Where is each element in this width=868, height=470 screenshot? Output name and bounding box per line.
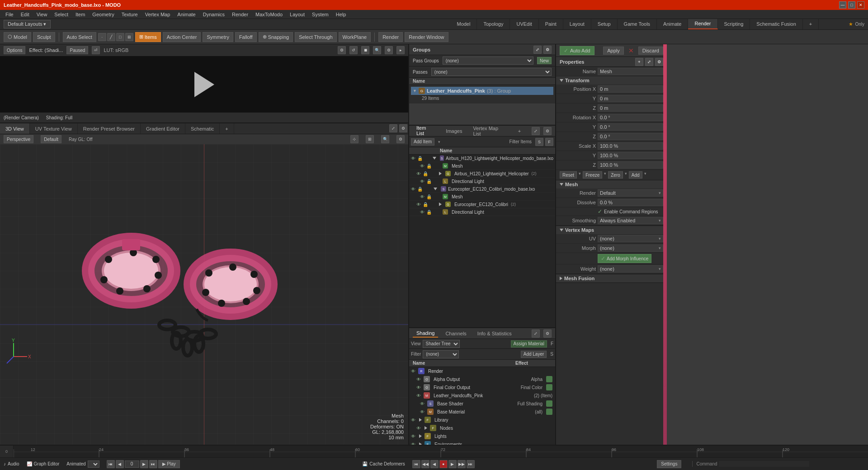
item-row[interactable]: 👁 🔒 S Eurocopter_EC120_Colibri_modo_base…: [409, 185, 555, 193]
assign-material-btn[interactable]: Assign Material: [511, 340, 547, 348]
pb-icon3[interactable]: ◀: [430, 460, 439, 468]
graph-editor-section[interactable]: 📈 Graph Editor: [27, 461, 60, 466]
mesh-fusion-header[interactable]: Mesh Fusion: [556, 274, 667, 282]
vtab-add[interactable]: +: [220, 123, 234, 134]
menu-layout[interactable]: Layout: [286, 11, 308, 18]
pb-icon1[interactable]: ⏮: [412, 460, 420, 468]
shading-row-final-color[interactable]: 👁 O Final Color Output Final Color: [409, 383, 555, 391]
weight-value[interactable]: (none) ▾: [598, 265, 663, 273]
item-row[interactable]: 👁 🔒 G Airbus_H120_Lightweight_Helicopter…: [409, 170, 555, 178]
shading-row-alpha[interactable]: 👁 O Alpha Output Alpha: [409, 375, 555, 383]
add-btn[interactable]: Add: [629, 171, 642, 179]
menu-maxtomodo[interactable]: MaxToModo: [252, 11, 286, 18]
timeline-ruler[interactable]: 12 24 36 48 60 72 84 96 108 120: [14, 446, 868, 457]
add-item-button[interactable]: Add Item: [411, 138, 434, 146]
item-row[interactable]: 👁 🔒 L Directional Light: [409, 178, 555, 185]
shading-row-environments[interactable]: 👁 E Environments: [409, 440, 555, 445]
vtab-render-preset[interactable]: Render Preset Browser: [78, 123, 141, 134]
transform-header[interactable]: Transform: [556, 76, 667, 85]
tab-setup[interactable]: Setup: [591, 19, 618, 29]
shading-row-base-shader[interactable]: 👁 S Base Shader Full Shading: [409, 400, 555, 408]
tab-shading[interactable]: Shading: [413, 329, 438, 338]
add-layer-btn[interactable]: Add Layer: [521, 351, 547, 358]
action-center-button[interactable]: Action Center: [163, 32, 201, 42]
item-row[interactable]: 👁 🔒 L Directional Light: [409, 208, 555, 216]
passes-select[interactable]: (none): [431, 68, 552, 76]
shading-row-library[interactable]: 👁 F Library: [409, 416, 555, 424]
preview-settings1[interactable]: ⚙: [338, 46, 346, 54]
play-button[interactable]: [194, 72, 214, 97]
menu-geometry[interactable]: Geometry: [89, 11, 118, 18]
paused-btn[interactable]: Paused: [66, 46, 88, 54]
tab-game-tools[interactable]: Game Tools: [618, 19, 657, 29]
tab-items-add[interactable]: +: [514, 127, 524, 135]
freeze-btn[interactable]: Freeze: [583, 171, 602, 179]
shading-row-nodes[interactable]: 👁 F Nodes: [409, 424, 555, 432]
items-expand[interactable]: ⤢: [532, 127, 540, 135]
preview-icon1[interactable]: ⏎: [92, 46, 100, 54]
animated-select[interactable]: [88, 461, 99, 468]
group-item-leather[interactable]: ▼ G Leather_Handcuffs_Pink (3) : Group: [411, 87, 553, 95]
auto-select-button[interactable]: Auto Select: [63, 32, 96, 42]
enable-cmd-value[interactable]: ✓ Enable Command Regions: [598, 208, 663, 215]
preview-settings3[interactable]: ⏹: [361, 46, 369, 54]
symmetry-button[interactable]: Symmetry: [203, 32, 233, 42]
tab-item-list[interactable]: Item List: [413, 124, 439, 138]
menu-select[interactable]: Select: [51, 11, 72, 18]
pb-icon5[interactable]: ▶▶: [458, 460, 466, 468]
item-row[interactable]: 👁 🔒 M Mesh: [409, 193, 555, 201]
tab-animate[interactable]: Animate: [657, 19, 688, 29]
tab-topology[interactable]: Topology: [477, 19, 510, 29]
menu-file[interactable]: File: [2, 11, 17, 18]
animated-label[interactable]: Animated: [66, 461, 85, 466]
menu-view[interactable]: View: [33, 11, 51, 18]
groups-expand[interactable]: ⤢: [533, 46, 542, 54]
item-row[interactable]: 👁 🔒 M Mesh: [409, 162, 555, 170]
menu-help[interactable]: Help: [332, 11, 350, 18]
prev-btn[interactable]: ⏮: [107, 460, 115, 468]
items-settings[interactable]: ⚙: [543, 127, 552, 135]
rot-z-value[interactable]: 0.0 °: [598, 133, 663, 140]
model-button[interactable]: ⬡ Model: [4, 32, 31, 42]
shading-row-leather[interactable]: 👁 M Leather_Handcuffs_Pink (2) (Item): [409, 391, 555, 400]
vtab-gradient[interactable]: Gradient Editor: [141, 123, 185, 134]
dissolve-value[interactable]: 0.0 %: [598, 199, 663, 206]
reset-btn[interactable]: Reset: [560, 171, 577, 179]
maximize-button[interactable]: □: [848, 1, 855, 9]
menu-edit[interactable]: Edit: [17, 11, 33, 18]
tab-info-stats[interactable]: Info & Statistics: [474, 330, 515, 337]
shading-row-lights[interactable]: 👁 F Lights: [409, 432, 555, 440]
props-icon1[interactable]: +: [635, 58, 643, 66]
viewport-zoom[interactable]: 🔍: [381, 135, 389, 143]
shading-row-render[interactable]: 👁 R Render: [409, 367, 555, 375]
scale-y-value[interactable]: 100.0 %: [598, 152, 663, 159]
pos-z-value[interactable]: 0 m: [598, 104, 663, 112]
uv-value[interactable]: (none) ▾: [598, 235, 663, 242]
view-select[interactable]: Shader Tree: [423, 340, 460, 348]
pb-icon4[interactable]: ▶: [448, 460, 457, 468]
shading-settings[interactable]: ⚙: [543, 329, 552, 338]
auto-add-button[interactable]: ✓ Auto Add: [560, 46, 594, 55]
vtab-schematic[interactable]: Schematic: [185, 123, 220, 134]
discard-button[interactable]: Discard: [638, 47, 663, 55]
render-prop-value[interactable]: Default ▾: [598, 189, 663, 197]
tab-uvedit[interactable]: UVEdit: [510, 19, 538, 29]
filter-f-btn[interactable]: F: [545, 138, 553, 146]
play-frame-btn[interactable]: ▶: [140, 460, 148, 468]
vtab-3d[interactable]: 3D View: [0, 123, 30, 134]
pass-groups-select[interactable]: (none): [443, 56, 533, 65]
render-window-button[interactable]: Render Window: [405, 32, 448, 42]
add-morph-btn[interactable]: ✓ Add Morph Influence: [598, 254, 651, 263]
default-btn[interactable]: Default: [41, 135, 61, 143]
viewport-more[interactable]: ⚙: [396, 135, 405, 143]
edge-mode-btn[interactable]: ╱: [107, 33, 115, 41]
tab-channels[interactable]: Channels: [442, 330, 470, 337]
audio-label[interactable]: Audio: [8, 461, 19, 466]
window-controls[interactable]: — □ ✕: [839, 1, 864, 9]
preview-settings5[interactable]: ▸: [396, 46, 405, 54]
groups-settings[interactable]: ⚙: [543, 46, 552, 54]
morph-value[interactable]: (none) ▾: [598, 244, 663, 252]
shading-filter-select[interactable]: (none): [423, 350, 459, 358]
item-row[interactable]: 👁 🔒 S Airbus_H120_Lightweight_Helicopter…: [409, 155, 555, 162]
menu-dynamics[interactable]: Dynamics: [199, 11, 228, 18]
